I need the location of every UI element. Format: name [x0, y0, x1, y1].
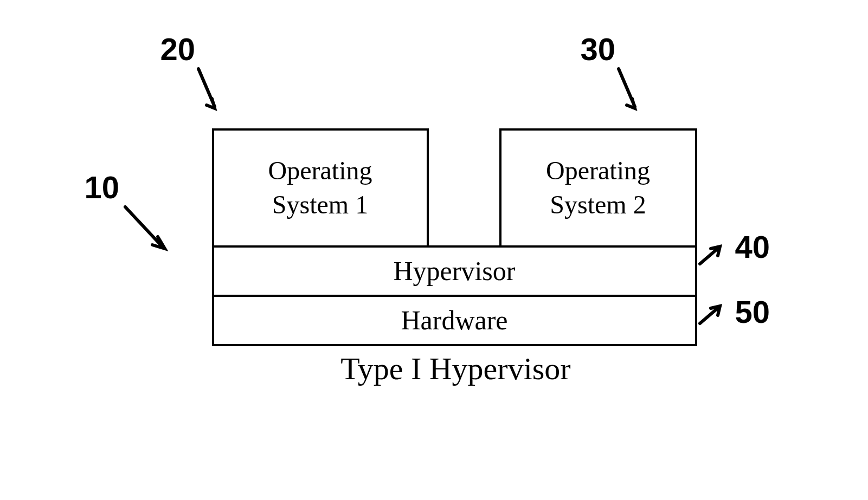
hardware-box: Hardware	[212, 295, 697, 346]
arrow-30-icon	[605, 66, 648, 126]
os1-label: Operating System 1	[268, 154, 372, 222]
arrow-20-icon	[185, 66, 228, 126]
annotation-30: 30	[581, 31, 616, 67]
arrow-50-icon	[697, 302, 735, 334]
hypervisor-box: Hypervisor	[212, 245, 697, 297]
annotation-10: 10	[85, 169, 120, 205]
arrow-40-icon	[697, 242, 735, 275]
annotation-50: 50	[735, 294, 770, 330]
annotation-40: 40	[735, 229, 770, 265]
arrow-10-icon	[117, 202, 182, 261]
diagram-caption: Type I Hypervisor	[288, 350, 624, 387]
os2-label: Operating System 2	[546, 154, 650, 222]
os2-box: Operating System 2	[499, 128, 697, 248]
hypervisor-diagram: Operating System 1 Operating System 2 Hy…	[55, 28, 814, 472]
hardware-label: Hardware	[401, 304, 507, 336]
hypervisor-label: Hypervisor	[394, 255, 516, 287]
os1-box: Operating System 1	[212, 128, 429, 248]
annotation-20: 20	[160, 31, 196, 67]
